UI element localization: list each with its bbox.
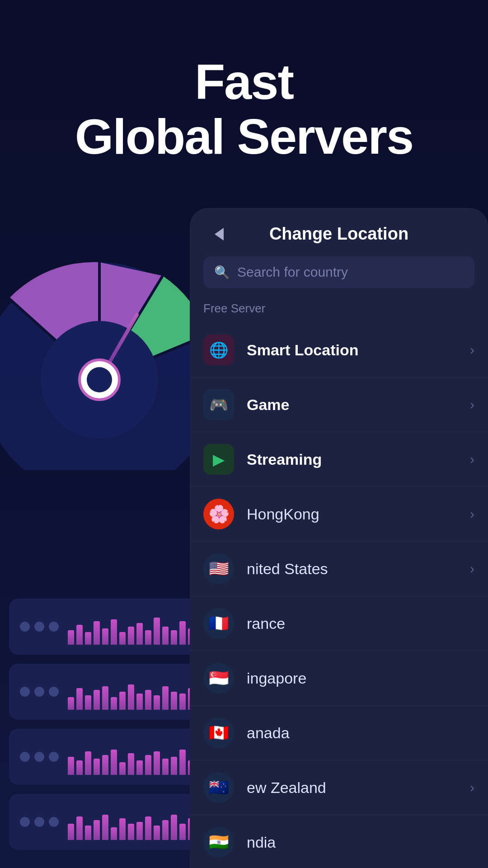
bar	[76, 816, 83, 840]
bar	[162, 627, 169, 645]
france-label: rance	[247, 615, 474, 632]
bar	[145, 690, 151, 710]
chevron-left-icon	[215, 228, 224, 241]
bar	[68, 630, 74, 645]
bar	[154, 695, 160, 710]
chevron-right-icon: ›	[470, 561, 474, 576]
game-label: Game	[247, 396, 457, 414]
card-dots	[20, 622, 59, 632]
bar	[162, 686, 169, 710]
smart-location-icon: 🌐	[203, 335, 234, 365]
bar	[76, 625, 83, 645]
bar	[119, 762, 126, 775]
bar	[111, 827, 117, 840]
bar	[162, 820, 169, 840]
bar	[171, 815, 177, 840]
bar	[171, 757, 177, 775]
bar	[68, 824, 74, 840]
bar	[85, 632, 91, 645]
bar	[145, 630, 151, 645]
card-dots	[20, 817, 59, 827]
bar	[128, 824, 134, 840]
bar	[85, 751, 91, 775]
search-icon: 🔍	[214, 265, 230, 280]
bar	[102, 628, 108, 645]
us-label: nited States	[247, 560, 457, 578]
section-label: Free Server	[190, 297, 488, 323]
hongkong-item[interactable]: 🌸 HongKong ›	[190, 487, 488, 542]
singapore-flag: 🇸🇬	[203, 663, 234, 693]
bar	[76, 760, 83, 775]
streaming-label: Streaming	[247, 451, 457, 468]
header-section: Fast Global Servers	[0, 0, 488, 164]
bar	[111, 750, 117, 775]
india-flag: 🇮🇳	[203, 827, 234, 858]
streaming-icon: ▶	[203, 444, 234, 475]
bar	[94, 820, 100, 840]
bar	[102, 686, 108, 710]
smart-location-label: Smart Location	[247, 341, 457, 359]
card-dots	[20, 687, 59, 697]
bar	[179, 750, 186, 775]
singapore-label: ingapore	[247, 670, 474, 687]
card-dots	[20, 752, 59, 762]
bar	[179, 693, 186, 710]
canada-flag: 🇨🇦	[203, 717, 234, 748]
bar	[162, 759, 169, 775]
bar	[68, 757, 74, 775]
bar	[119, 692, 126, 710]
bar	[128, 684, 134, 710]
chevron-right-icon: ›	[470, 342, 474, 358]
bar	[119, 818, 126, 840]
chevron-right-icon: ›	[470, 780, 474, 795]
newzealand-item[interactable]: 🇳🇿 ew Zealand ›	[190, 760, 488, 815]
bar	[85, 695, 91, 710]
bar	[119, 632, 126, 645]
bar	[128, 753, 134, 775]
newzealand-flag: 🇳🇿	[203, 772, 234, 803]
modal-panel: Change Location 🔍 Search for country Fre…	[190, 208, 488, 868]
game-item[interactable]: 🎮 Game ›	[190, 377, 488, 432]
canada-item[interactable]: 🇨🇦 anada	[190, 706, 488, 760]
search-input[interactable]: Search for country	[237, 264, 348, 280]
bar	[179, 824, 186, 840]
modal-header: Change Location	[190, 208, 488, 256]
bar	[145, 816, 151, 840]
chevron-right-icon: ›	[470, 506, 474, 522]
bar	[145, 755, 151, 775]
bar	[154, 751, 160, 775]
bar	[136, 822, 143, 840]
france-item[interactable]: 🇫🇷 rance	[190, 596, 488, 651]
bar	[85, 826, 91, 840]
chevron-right-icon: ›	[470, 452, 474, 467]
us-item[interactable]: 🇺🇸 nited States ›	[190, 542, 488, 596]
bar	[154, 618, 160, 645]
bar	[128, 627, 134, 645]
bar	[94, 690, 100, 710]
france-flag: 🇫🇷	[203, 608, 234, 639]
search-bar[interactable]: 🔍 Search for country	[203, 256, 474, 288]
bar	[102, 815, 108, 840]
newzealand-label: ew Zealand	[247, 779, 457, 797]
singapore-item[interactable]: 🇸🇬 ingapore	[190, 651, 488, 706]
streaming-item[interactable]: ▶ Streaming ›	[190, 432, 488, 487]
chevron-right-icon: ›	[470, 397, 474, 412]
india-item[interactable]: 🇮🇳 ndia	[190, 815, 488, 868]
smart-location-item[interactable]: 🌐 Smart Location ›	[190, 323, 488, 377]
game-icon: 🎮	[203, 389, 234, 420]
hongkong-label: HongKong	[247, 505, 457, 523]
bar	[111, 697, 117, 710]
bar	[94, 621, 100, 645]
page-title: Fast Global Servers	[0, 54, 488, 164]
back-button[interactable]	[208, 223, 230, 245]
hongkong-flag: 🌸	[203, 499, 234, 529]
india-label: ndia	[247, 834, 474, 851]
bar	[94, 759, 100, 775]
canada-label: anada	[247, 724, 474, 742]
bar	[68, 697, 74, 710]
bar	[136, 760, 143, 775]
bar	[179, 621, 186, 645]
svg-point-8	[87, 367, 112, 392]
us-flag: 🇺🇸	[203, 553, 234, 584]
modal-title: Change Location	[269, 224, 408, 244]
